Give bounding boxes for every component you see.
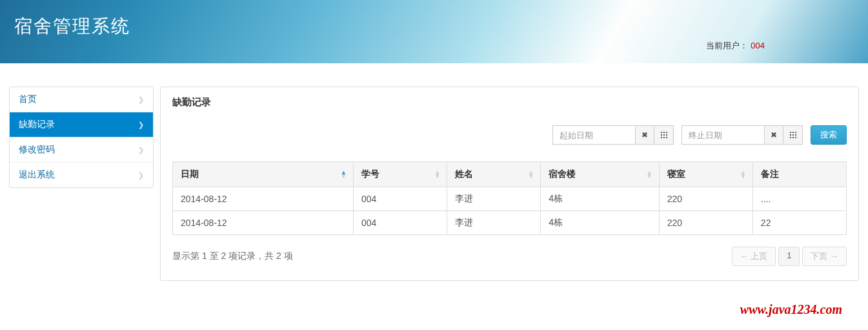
page-number-button[interactable]: 1: [778, 247, 800, 266]
chevron-right-icon: ❯: [138, 96, 144, 104]
sidebar-item-password[interactable]: 修改密码 ❯: [10, 138, 153, 163]
start-date-group: ✖: [552, 125, 674, 145]
sort-icon: ▲▼: [647, 170, 652, 178]
cell-building: 4栋: [541, 187, 659, 211]
sidebar-item-home[interactable]: 首页 ❯: [10, 87, 153, 112]
search-bar: ✖ ✖ 搜索: [172, 125, 847, 145]
cell-name: 李进: [447, 187, 541, 211]
col-room[interactable]: 寝室 ▲▼: [659, 162, 752, 187]
sort-icon: ▲▼: [341, 170, 347, 178]
sidebar-item-label: 缺勤记录: [19, 119, 55, 130]
clear-start-date-button[interactable]: ✖: [635, 125, 654, 145]
clear-end-date-button[interactable]: ✖: [764, 125, 783, 145]
sort-icon: ▲▼: [434, 170, 440, 178]
col-remark[interactable]: 备注: [752, 162, 846, 187]
close-icon: ✖: [771, 130, 777, 139]
calendar-end-button[interactable]: [783, 125, 803, 145]
chevron-right-icon: ❯: [138, 121, 144, 129]
col-building[interactable]: 宿舍楼 ▲▼: [541, 162, 659, 187]
cell-sno: 004: [354, 187, 447, 211]
cell-name: 李进: [447, 211, 541, 235]
cell-room: 220: [659, 211, 752, 235]
prev-page-button[interactable]: ← 上页: [732, 247, 776, 266]
table-header-row: 日期 ▲▼ 学号 ▲▼ 姓名 ▲▼ 宿舍楼 ▲▼: [173, 162, 847, 187]
sidebar-item-logout[interactable]: 退出系统 ❯: [10, 163, 153, 187]
sidebar-item-label: 退出系统: [19, 169, 55, 181]
record-info: 显示第 1 至 2 项记录，共 2 项: [172, 251, 293, 262]
close-icon: ✖: [641, 130, 648, 139]
sort-icon: ▲▼: [740, 170, 746, 178]
start-date-input[interactable]: [552, 125, 635, 145]
sidebar-item-label: 修改密码: [19, 144, 55, 156]
cell-remark: 22: [752, 211, 846, 235]
cell-building: 4栋: [541, 211, 659, 235]
pagination: ← 上页 1 下页 →: [732, 247, 847, 266]
app-header: 宿舍管理系统 当前用户：004: [0, 0, 868, 63]
col-name[interactable]: 姓名 ▲▼: [447, 162, 541, 187]
cell-remark: ....: [752, 187, 846, 211]
next-page-button[interactable]: 下页 →: [802, 247, 847, 266]
chevron-right-icon: ❯: [138, 146, 144, 154]
cell-room: 220: [659, 187, 752, 211]
current-user: 当前用户：004: [706, 40, 765, 52]
chevron-right-icon: ❯: [138, 171, 144, 180]
calendar-start-button[interactable]: [654, 125, 674, 145]
current-user-id: 004: [751, 41, 765, 50]
sidebar-item-absence[interactable]: 缺勤记录 ❯: [10, 112, 153, 138]
panel-title: 缺勤记录: [172, 96, 847, 108]
app-title: 宿舍管理系统: [14, 14, 868, 39]
sort-icon: ▲▼: [528, 170, 534, 178]
content-panel: 缺勤记录 ✖ ✖ 搜索 日期: [160, 87, 859, 281]
sidebar: 首页 ❯ 缺勤记录 ❯ 修改密码 ❯ 退出系统 ❯: [9, 87, 154, 188]
cell-sno: 004: [354, 211, 447, 235]
records-table: 日期 ▲▼ 学号 ▲▼ 姓名 ▲▼ 宿舍楼 ▲▼: [172, 161, 847, 235]
end-date-group: ✖: [681, 125, 803, 145]
calendar-icon: [790, 132, 796, 138]
table-footer: 显示第 1 至 2 项记录，共 2 项 ← 上页 1 下页 →: [172, 235, 847, 266]
cell-date: 2014-08-12: [173, 187, 354, 211]
sidebar-item-label: 首页: [19, 94, 37, 105]
cell-date: 2014-08-12: [173, 211, 354, 235]
table-row: 2014-08-12 004 李进 4栋 220 22: [173, 211, 847, 235]
calendar-icon: [661, 132, 667, 138]
col-date[interactable]: 日期 ▲▼: [173, 162, 354, 187]
end-date-input[interactable]: [681, 125, 764, 145]
table-row: 2014-08-12 004 李进 4栋 220 ....: [173, 187, 847, 211]
search-button[interactable]: 搜索: [811, 125, 847, 145]
current-user-label: 当前用户：: [706, 41, 748, 50]
col-sno[interactable]: 学号 ▲▼: [354, 162, 447, 187]
